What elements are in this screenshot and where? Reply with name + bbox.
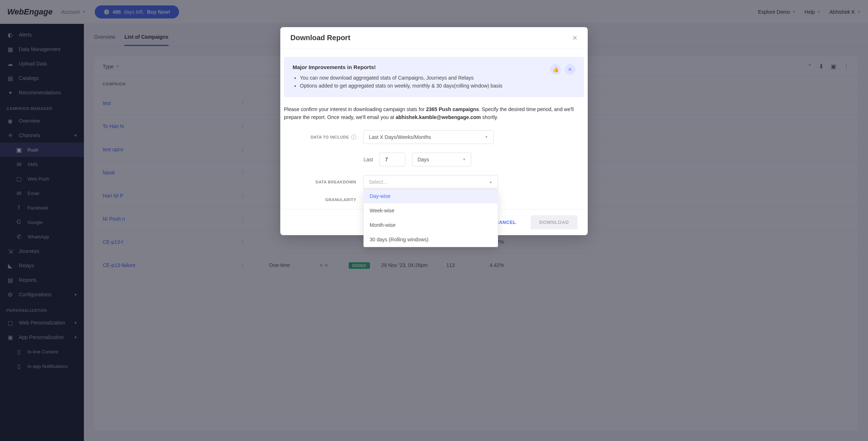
info-list-item: You can now download aggregated stats of…: [300, 74, 544, 82]
modal-description: Please confirm your interest in download…: [284, 105, 584, 122]
close-icon[interactable]: ✕: [572, 34, 578, 42]
dropdown-option[interactable]: Week-wise: [364, 203, 498, 218]
label-data-breakdown: DATA BREAKDOWN: [284, 180, 356, 184]
info-title: Major Improvements in Reports!: [293, 64, 544, 70]
download-report-modal: Download Report ✕ Major Improvements in …: [280, 27, 588, 235]
last-label: Last: [363, 157, 373, 162]
last-value-input[interactable]: [379, 153, 405, 166]
dropdown-option[interactable]: Day-wise: [364, 189, 498, 203]
dropdown-option[interactable]: Month-wise: [364, 218, 498, 232]
dropdown-option[interactable]: 30 days (Rolling windows): [364, 232, 498, 247]
data-include-select[interactable]: Last X Days/Weeks/Months ▼: [363, 130, 494, 144]
label-granularity: GRANULARITY: [284, 198, 356, 202]
thumbs-up-button[interactable]: 👍: [550, 64, 561, 75]
modal-title: Download Report: [290, 34, 350, 42]
chevron-down-icon: ▼: [485, 135, 488, 139]
info-list-item: Options added to get aggregated stats on…: [300, 82, 544, 90]
chevron-up-icon: ▲: [489, 180, 493, 184]
label-data-include: DATA TO INCLUDE i: [284, 135, 356, 140]
info-icon[interactable]: i: [351, 135, 356, 140]
data-breakdown-select[interactable]: Select... ▲: [363, 175, 498, 189]
breakdown-dropdown-menu: Day-wiseWeek-wiseMonth-wise30 days (Roll…: [363, 189, 498, 247]
info-box: Major Improvements in Reports! You can n…: [284, 57, 584, 97]
last-unit-select[interactable]: Days ▼: [412, 153, 471, 166]
download-button[interactable]: DOWNLOAD: [531, 215, 578, 229]
dismiss-info-button[interactable]: ✕: [565, 64, 575, 75]
modal-overlay[interactable]: Download Report ✕ Major Improvements in …: [0, 0, 868, 441]
chevron-down-icon: ▼: [463, 157, 466, 161]
